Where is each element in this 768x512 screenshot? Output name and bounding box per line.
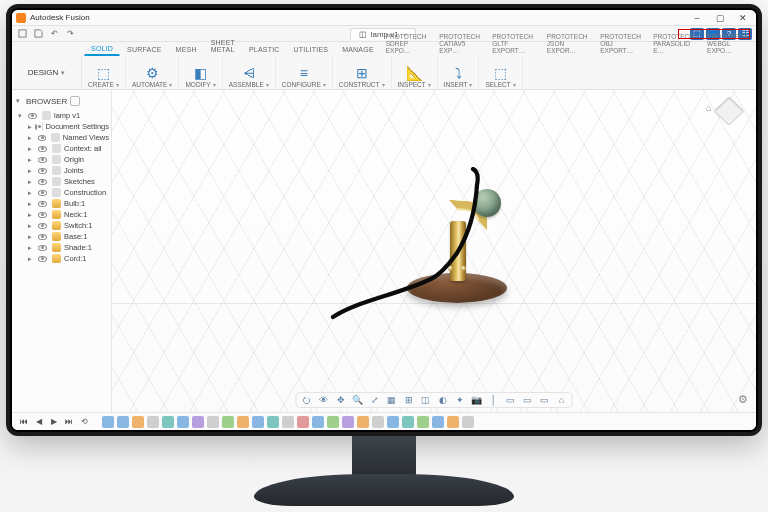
visibility-eye-icon[interactable] — [38, 223, 47, 229]
window-maximize-button[interactable]: ▢ — [711, 11, 729, 25]
triangle-closed-icon[interactable] — [28, 145, 35, 153]
browser-node[interactable]: Cord:1 — [14, 253, 109, 264]
browser-node[interactable]: Base:1 — [14, 231, 109, 242]
browser-node[interactable]: Joints — [14, 165, 109, 176]
timeline-play-control[interactable]: ⏮ — [18, 416, 30, 428]
visibility-eye-icon[interactable] — [38, 168, 47, 174]
visibility-eye-icon[interactable] — [38, 146, 47, 152]
timeline-feature[interactable] — [267, 416, 279, 428]
browser-node[interactable]: Shade:1 — [14, 242, 109, 253]
navbar-look-button[interactable]: 👁 — [318, 394, 330, 406]
navbar-pan-button[interactable]: ✥ — [335, 394, 347, 406]
triangle-closed-icon[interactable] — [28, 244, 35, 252]
ribbon-group-modify[interactable]: ◧MODIFY▾ — [179, 56, 222, 89]
timeline-feature[interactable] — [162, 416, 174, 428]
navbar-fit-button[interactable]: ⤢ — [369, 394, 381, 406]
visibility-eye-icon[interactable] — [38, 212, 47, 218]
workspace-selector[interactable]: DESIGN ▾ — [12, 56, 82, 89]
browser-node[interactable]: Neck:1 — [14, 209, 109, 220]
browser-node[interactable]: Named Views — [14, 132, 109, 143]
navbar-zoom-button[interactable]: 🔍 — [352, 394, 364, 406]
timeline-feature[interactable] — [222, 416, 234, 428]
timeline-feature[interactable] — [207, 416, 219, 428]
viewport-3d[interactable]: ⌂ — [112, 90, 756, 412]
triangle-closed-icon[interactable] — [28, 255, 35, 263]
browser-node[interactable]: Construction — [14, 187, 109, 198]
timeline-feature[interactable] — [402, 416, 414, 428]
visibility-eye-icon[interactable] — [38, 245, 47, 251]
timeline-feature[interactable] — [252, 416, 264, 428]
timeline-play-control[interactable]: ⏭ — [63, 416, 75, 428]
navbar-view-right-button[interactable]: ▭ — [539, 394, 551, 406]
ribbon-group-select[interactable]: ⬚SELECT▾ — [479, 56, 522, 89]
ribbon-tab-plastic[interactable]: PLASTIC — [242, 43, 287, 56]
visibility-eye-icon[interactable] — [38, 201, 47, 207]
ribbon-tab-export-parasolid[interactable]: PROTOTECH PARASOLID E… — [648, 31, 702, 56]
navbar-orbit-button[interactable]: ⭮ — [301, 394, 313, 406]
triangle-closed-icon[interactable] — [28, 167, 35, 175]
timeline-feature[interactable] — [177, 416, 189, 428]
ribbon-tab-export-gltf[interactable]: PROTOTECH GLTF EXPORT… — [487, 31, 542, 56]
timeline-feature[interactable] — [132, 416, 144, 428]
view-home-icon[interactable]: ⌂ — [706, 102, 712, 113]
ribbon-group-assemble[interactable]: ⩤ASSEMBLE▾ — [223, 56, 276, 89]
timeline-feature[interactable] — [297, 416, 309, 428]
ribbon-tab-export-webgl[interactable]: PROTOTECH WEBGL EXPO… — [702, 31, 756, 56]
triangle-closed-icon[interactable] — [28, 200, 35, 208]
browser-node[interactable]: Document Settings — [14, 121, 109, 132]
ribbon-tab-manage[interactable]: MANAGE — [335, 43, 381, 56]
visibility-eye-icon[interactable] — [38, 135, 47, 141]
ribbon-group-construct[interactable]: ⊞CONSTRUCT▾ — [333, 56, 392, 89]
navbar-effects-button[interactable]: ✦ — [454, 394, 466, 406]
triangle-closed-icon[interactable] — [28, 134, 35, 142]
navbar-grid-toggle-button[interactable]: ▦ — [386, 394, 398, 406]
timeline-play-control[interactable]: ◀ — [33, 416, 45, 428]
timeline-feature[interactable] — [192, 416, 204, 428]
browser-node[interactable]: Context: all — [14, 143, 109, 154]
triangle-closed-icon[interactable] — [28, 233, 35, 241]
navbar-view-front-button[interactable]: ▭ — [505, 394, 517, 406]
browser-node[interactable]: Switch:1 — [14, 220, 109, 231]
browser-node[interactable]: Origin — [14, 154, 109, 165]
ribbon-tab-solid[interactable]: SOLID — [84, 42, 120, 56]
visibility-eye-icon[interactable] — [38, 234, 47, 240]
navbar-render-style-button[interactable]: ◐ — [437, 394, 449, 406]
timeline-feature[interactable] — [387, 416, 399, 428]
window-minimize-button[interactable]: – — [688, 11, 706, 25]
timeline-feature[interactable] — [372, 416, 384, 428]
navbar-view-top-button[interactable]: ▭ — [522, 394, 534, 406]
triangle-closed-icon[interactable] — [28, 156, 35, 164]
visibility-eye-icon[interactable] — [35, 124, 37, 130]
timeline-feature[interactable] — [417, 416, 429, 428]
timeline-feature[interactable] — [102, 416, 114, 428]
timeline-feature[interactable] — [117, 416, 129, 428]
triangle-closed-icon[interactable] — [28, 178, 35, 186]
viewport-settings-icon[interactable]: ⚙ — [738, 393, 748, 406]
ribbon-tab-sheetmetal[interactable]: SHEET METAL — [204, 36, 242, 56]
timeline-feature[interactable] — [357, 416, 369, 428]
ribbon-tab-utilities[interactable]: UTILITIES — [287, 43, 336, 56]
timeline-feature[interactable] — [447, 416, 459, 428]
browser-node[interactable]: Bulb:1 — [14, 198, 109, 209]
visibility-eye-icon[interactable] — [38, 256, 47, 262]
timeline-feature[interactable] — [342, 416, 354, 428]
visibility-eye-icon[interactable] — [38, 179, 47, 185]
visibility-eye-icon[interactable] — [38, 190, 47, 196]
ribbon-tab-export-sdrep[interactable]: PROTOTECH SDREP EXPO… — [381, 31, 435, 56]
triangle-closed-icon[interactable] — [28, 211, 35, 219]
navbar-snap-button[interactable]: ⊞ — [403, 394, 415, 406]
timeline-feature[interactable] — [462, 416, 474, 428]
timeline-play-control[interactable]: ▶ — [48, 416, 60, 428]
browser-collapse-toggle[interactable] — [16, 97, 23, 105]
browser-node[interactable]: Sketches — [14, 176, 109, 187]
navbar-camera-button[interactable]: 📷 — [471, 394, 483, 406]
lamp-model[interactable] — [347, 141, 547, 341]
triangle-closed-icon[interactable] — [28, 123, 32, 131]
undo-button[interactable]: ↶ — [48, 28, 60, 40]
visibility-eye-icon[interactable] — [38, 157, 47, 163]
timeline-play-control[interactable]: ⟲ — [78, 416, 90, 428]
redo-button[interactable]: ↷ — [64, 28, 76, 40]
triangle-closed-icon[interactable] — [28, 222, 35, 230]
window-close-button[interactable]: ✕ — [734, 11, 752, 25]
navbar-view-home-button[interactable]: ⌂ — [556, 394, 568, 406]
